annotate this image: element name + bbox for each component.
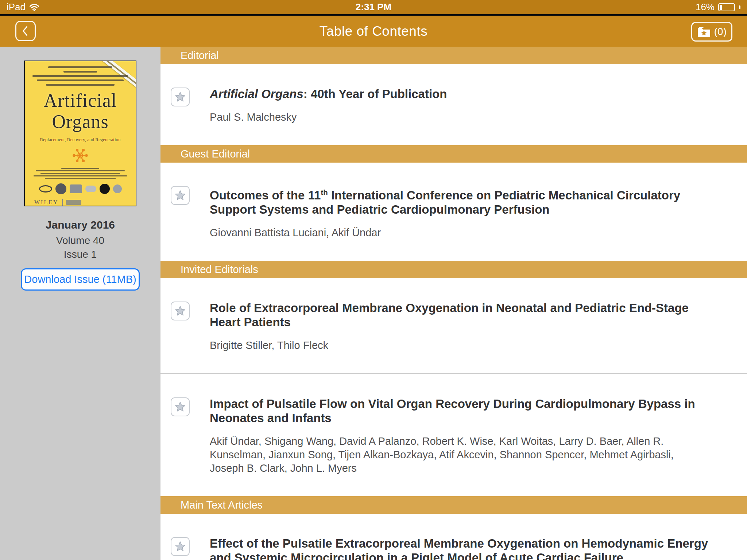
download-issue-button[interactable]: Download Issue (11MB) [21,268,140,291]
toc-list: Editorial Artificial Organs: 40th Year o… [160,47,747,560]
bookmark-star-button[interactable] [171,88,190,106]
section-header: Main Text Articles [160,496,747,514]
article-title: Outcomes of the 11th International Confe… [210,185,710,217]
article-text: Artificial Organs: 40th Year of Publicat… [210,87,447,124]
article-title: Impact of Pulsatile Flow on Vital Organ … [210,397,710,425]
battery-nub [739,5,740,9]
article-text: Effect of the Pulsatile Extracorporeal M… [210,536,710,560]
device-label: iPad [7,1,26,13]
article-authors: Paul S. Malchesky [210,110,447,124]
journal-cover: Artificial Organs Replacement, Recovery,… [24,61,136,206]
star-icon [174,305,186,317]
article-text: Role of Extracorporeal Membrane Oxygenat… [210,301,710,352]
article-row[interactable]: Role of Extracorporeal Membrane Oxygenat… [160,278,747,373]
section-articles: Role of Extracorporeal Membrane Oxygenat… [160,278,747,496]
section-header: Invited Editorials [160,261,747,278]
battery-percent: 16% [696,1,715,13]
star-icon [174,401,186,413]
issue-volume: Volume 40 [56,235,104,246]
article-row[interactable]: Effect of the Pulsatile Extracorporeal M… [160,514,747,560]
status-left: iPad [7,1,101,13]
toc-section: Guest Editorial Outcomes of the 11th Int… [160,145,747,261]
article-authors: Giovanni Battista Luciani, Akif Ündar [210,226,710,240]
article-row[interactable]: Artificial Organs: 40th Year of Publicat… [160,64,747,145]
article-title: Artificial Organs: 40th Year of Publicat… [210,87,447,101]
back-chevron-icon [18,24,33,38]
body-wrap: Artificial Organs Replacement, Recovery,… [0,47,747,560]
toc-section: Main Text Articles Effect of the Pulsati… [160,496,747,560]
star-icon [174,91,186,103]
section-header: Editorial [160,47,747,64]
article-title-segment: : 40th Year of Publication [303,87,447,101]
article-title-segment: Artificial Organs [210,87,303,101]
article-text: Outcomes of the 11th International Confe… [210,185,710,240]
publisher-logo: WILEY [34,199,59,206]
article-row[interactable]: Impact of Pulsatile Flow on Vital Organ … [160,373,747,496]
article-row[interactable]: Outcomes of the 11th International Confe… [160,163,747,261]
article-text: Impact of Pulsatile Flow on Vital Organ … [210,397,710,475]
battery-icon [718,3,735,11]
article-title-segment: Impact of Pulsatile Flow on Vital Organ … [210,397,695,425]
screen: iPad 2:31 PM 16% Table of Contents [0,0,747,560]
section-header-label: Editorial [181,50,219,62]
cover-fine-print-lines [25,168,136,179]
back-button[interactable] [15,21,36,41]
section-header-label: Main Text Articles [181,499,263,511]
bookmark-star-button[interactable] [171,302,190,320]
article-title-segment: Role of Extracorporeal Membrane Oxygenat… [210,301,689,329]
cover-journal-title: Artificial Organs [44,90,117,132]
toc-section: Invited Editorials Role of Extracorporea… [160,261,747,496]
favorites-count: (0) [714,26,727,38]
bookmark-star-button[interactable] [171,537,190,556]
issue-sidebar: Artificial Organs Replacement, Recovery,… [0,47,160,560]
favorites-button[interactable]: (0) [691,22,732,42]
cover-tagline: Replacement, Recovery, and Regeneration [40,137,120,143]
section-articles: Effect of the Pulsatile Extracorporeal M… [160,514,747,560]
cover-title-word1: Artificial [44,90,117,111]
article-authors: Brigitte Stiller, Thilo Fleck [210,339,710,352]
article-title-segment: th [321,188,328,197]
cover-gear-emblem-icon [70,146,91,165]
wifi-icon [29,3,39,11]
issue-number: Issue 1 [64,249,97,260]
article-title-segment: Effect of the Pulsatile Extracorporeal M… [210,537,708,560]
nav-bar: Table of Contents (0) [0,16,747,47]
bookmark-star-button[interactable] [171,397,190,416]
section-articles: Outcomes of the 11th International Confe… [160,163,747,261]
bookmark-star-button[interactable] [171,186,190,205]
cover-title-word2: Organs [44,111,117,132]
cover-publisher-row: WILEY [25,199,136,206]
section-header-label: Invited Editorials [181,264,258,276]
star-icon [174,541,186,552]
article-title: Role of Extracorporeal Membrane Oxygenat… [210,301,710,329]
section-header: Guest Editorial [160,145,747,163]
status-bar: iPad 2:31 PM 16% [0,0,747,16]
favorites-folder-star-icon [697,26,711,37]
issue-date: January 2016 [46,219,115,231]
article-title-segment: Outcomes of the 11 [210,188,321,202]
toc-section: Editorial Artificial Organs: 40th Year o… [160,47,747,145]
page-title: Table of Contents [320,24,427,39]
article-title: Effect of the Pulsatile Extracorporeal M… [210,536,710,560]
article-authors: Akif Ündar, Shigang Wang, David A Palanz… [210,435,710,475]
section-articles: Artificial Organs: 40th Year of Publicat… [160,64,747,145]
cover-society-logos [39,183,122,194]
status-time: 2:31 PM [356,1,391,13]
section-header-label: Guest Editorial [181,148,250,160]
star-icon [174,190,186,201]
status-right: 16% [646,1,740,13]
